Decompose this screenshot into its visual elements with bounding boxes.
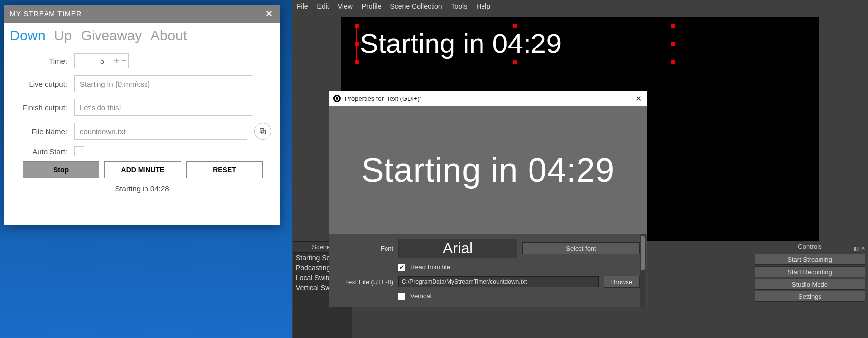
row-vertical: Vertical xyxy=(336,292,640,300)
properties-preview: Starting in 04:29 xyxy=(329,106,647,234)
finish-output-input[interactable] xyxy=(74,99,252,116)
menu-profile[interactable]: Profile xyxy=(362,2,382,10)
menu-help[interactable]: Help xyxy=(476,2,490,10)
start-streaming-button[interactable]: Start Streaming xyxy=(755,254,865,265)
file-name-input[interactable] xyxy=(74,123,247,140)
obs-logo-icon xyxy=(333,95,341,102)
row-font: Font Arial Select font xyxy=(336,239,640,258)
start-recording-button[interactable]: Start Recording xyxy=(755,266,865,277)
vertical-checkbox[interactable] xyxy=(398,293,405,300)
minus-icon[interactable]: − xyxy=(121,56,126,66)
select-font-button[interactable]: Select font xyxy=(522,242,640,254)
properties-title: Properties for 'Text (GDI+)' xyxy=(345,95,421,102)
read-from-file-checkbox[interactable]: ✔ xyxy=(398,264,405,271)
preview-text: Starting in 04:29 xyxy=(357,26,673,61)
close-icon[interactable]: ✕ xyxy=(262,7,276,21)
obs-menubar: File Edit View Profile Scene Collection … xyxy=(292,0,868,13)
plus-icon[interactable]: + xyxy=(114,56,119,66)
row-read-from-file: ✔ Read from file xyxy=(336,263,640,271)
stop-button[interactable]: Stop xyxy=(23,161,99,178)
properties-preview-text: Starting in 04:29 xyxy=(361,150,615,189)
menu-tools[interactable]: Tools xyxy=(451,2,468,10)
add-minute-button[interactable]: ADD MINUTE xyxy=(104,161,181,178)
undock-icon[interactable]: ◧ xyxy=(854,243,859,254)
timer-buttons: Stop ADD MINUTE RESET xyxy=(4,156,280,178)
label-font: Font xyxy=(336,245,393,252)
label-vertical: Vertical xyxy=(410,292,432,300)
label-time: Time: xyxy=(13,57,67,65)
tab-about[interactable]: About xyxy=(150,28,187,44)
controls-panel: Controls ◧ ✕ Start Streaming Start Recor… xyxy=(752,241,868,338)
row-live-output: Live output: xyxy=(13,75,271,92)
label-auto-start: Auto Start: xyxy=(13,147,67,156)
scrollbar[interactable] xyxy=(640,234,646,307)
copy-icon[interactable] xyxy=(254,123,271,140)
tab-down[interactable]: Down xyxy=(10,28,46,44)
tab-up[interactable]: Up xyxy=(54,28,72,44)
studio-mode-button[interactable]: Studio Mode xyxy=(755,279,865,290)
timer-titlebar[interactable]: MY STREAM TIMER ✕ xyxy=(4,5,280,23)
close-icon[interactable]: ✕ xyxy=(635,94,642,103)
label-read-from-file: Read from file xyxy=(410,263,450,271)
row-text-file: Text File (UTF-8) Browse xyxy=(336,276,640,288)
settings-button[interactable]: Settings xyxy=(755,291,865,302)
timer-tabs: Down Up Giveaway About xyxy=(4,23,280,50)
row-file-name: File Name: xyxy=(13,123,271,140)
reset-button[interactable]: RESET xyxy=(186,161,263,178)
source-bounding-box[interactable]: Starting in 04:29 xyxy=(356,26,673,62)
row-time: Time: 5 + − xyxy=(13,53,271,68)
auto-start-checkbox[interactable] xyxy=(74,146,84,156)
label-file-name: File Name: xyxy=(13,127,67,136)
tab-giveaway[interactable]: Giveaway xyxy=(81,28,142,44)
row-finish-output: Finish output: xyxy=(13,99,271,116)
properties-body: Font Arial Select font ✔ Read from file … xyxy=(329,234,647,307)
font-display: Arial xyxy=(398,239,517,258)
menu-view[interactable]: View xyxy=(338,2,353,10)
timer-title: MY STREAM TIMER xyxy=(10,10,82,18)
properties-dialog: Properties for 'Text (GDI+)' ✕ Starting … xyxy=(329,91,647,307)
row-auto-start: Auto Start: xyxy=(13,146,271,156)
label-text-file: Text File (UTF-8) xyxy=(336,278,393,286)
text-file-input[interactable] xyxy=(398,276,599,287)
close-panel-icon[interactable]: ✕ xyxy=(861,243,865,254)
timer-status: Starting in 04:28 xyxy=(4,184,280,193)
menu-scene-collection[interactable]: Scene Collection xyxy=(390,2,442,10)
label-finish-output: Finish output: xyxy=(13,103,67,112)
controls-title: Controls ◧ ✕ xyxy=(752,241,868,252)
time-input[interactable]: 5 + − xyxy=(74,53,129,68)
label-live-output: Live output: xyxy=(13,80,67,88)
menu-edit[interactable]: Edit xyxy=(317,2,329,10)
timer-form: Time: 5 + − Live output: Finish output: … xyxy=(4,50,280,156)
properties-titlebar[interactable]: Properties for 'Text (GDI+)' ✕ xyxy=(329,91,647,106)
browse-button[interactable]: Browse xyxy=(604,276,640,288)
live-output-input[interactable] xyxy=(74,75,252,92)
stream-timer-window: MY STREAM TIMER ✕ Down Up Giveaway About… xyxy=(4,5,280,225)
menu-file[interactable]: File xyxy=(297,2,308,10)
